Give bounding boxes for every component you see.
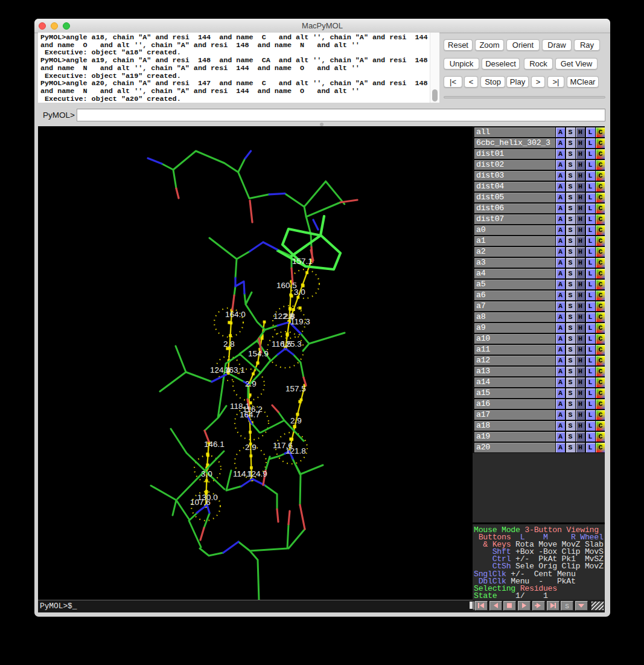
svg-text:S: S [565, 603, 569, 610]
svg-text:121.8: 121.8 [285, 446, 306, 455]
svg-text:2.8: 2.8 [223, 339, 235, 349]
svg-text:119.3: 119.3 [290, 317, 310, 326]
svg-text:163.1: 163.1 [225, 365, 245, 374]
svg-text:157.1: 157.1 [292, 257, 313, 266]
svg-text:2.9: 2.9 [290, 416, 302, 425]
svg-text:3.0: 3.0 [294, 288, 305, 297]
svg-text:3.0: 3.0 [201, 469, 212, 478]
svg-text:2.9: 2.9 [245, 379, 257, 388]
svg-text:125.3: 125.3 [281, 339, 302, 349]
svg-text:124.9: 124.9 [247, 469, 267, 478]
svg-text:2.9: 2.9 [245, 443, 257, 452]
svg-text:157.5: 157.5 [285, 384, 306, 393]
svg-text:164.0: 164.0 [225, 310, 246, 319]
svg-text:154.9: 154.9 [248, 349, 269, 358]
svg-text:146.1: 146.1 [204, 440, 225, 449]
svg-text:164.7: 164.7 [240, 410, 260, 419]
svg-text:107.6: 107.6 [190, 498, 211, 507]
